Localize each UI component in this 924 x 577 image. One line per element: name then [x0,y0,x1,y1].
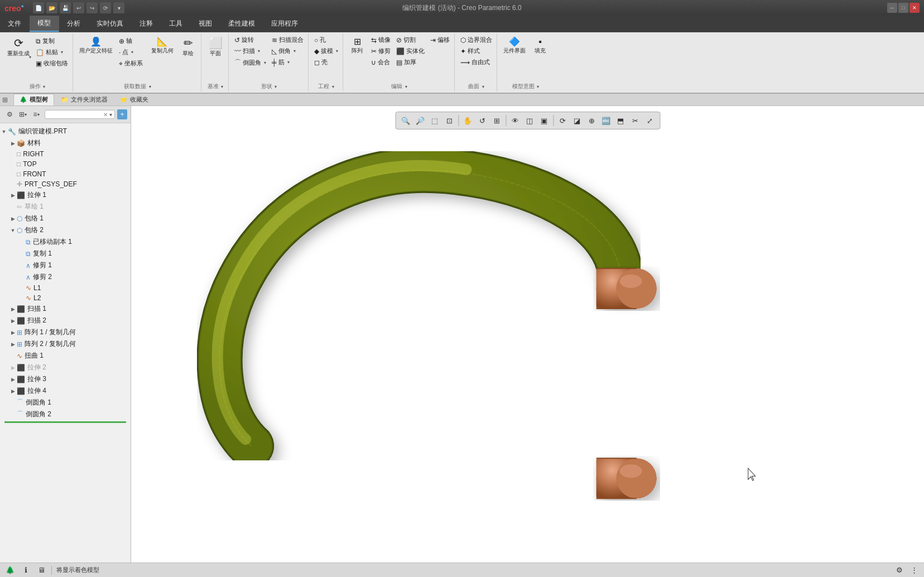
freestyle-btn[interactable]: ⟿自由式 [458,57,494,68]
zoom-out-btn[interactable]: 🔎 [413,114,427,127]
search-clear-btn[interactable]: ✕ [103,112,108,118]
tree-item-twist1[interactable]: ∿ 扭曲 1 [0,350,131,362]
offset-btn[interactable]: ⇥偏移 [428,35,452,45]
paste-btn[interactable]: 📋粘贴 ▾ [33,47,70,57]
fillet-btn[interactable]: ⌒倒圆角 ▾ [232,57,268,69]
tree-item-front[interactable]: □ FRONT [0,169,131,179]
menu-apps[interactable]: 应用程序 [263,16,306,32]
expand-pattern1[interactable]: ▶ [9,330,17,335]
tree-item-copy1[interactable]: ⧉ 复制 1 [0,248,131,259]
add-filter-btn[interactable]: + [117,109,127,119]
sweep-btn[interactable]: 〰扫描 ▾ [232,46,268,56]
zoom-fit-btn[interactable]: ⊡ [442,114,456,127]
component-interface-btn[interactable]: 🔷 元件界面 [501,35,528,56]
tree-item-pattern1[interactable]: ▶ ⊞ 阵列 1 / 复制几何 [0,326,131,338]
mirror-btn[interactable]: ⇆镜像 [369,35,393,45]
menu-flexible[interactable]: 柔性建模 [220,16,263,32]
copy-btn[interactable]: ⧉复制 [33,36,70,46]
section-btn[interactable]: ⬒ [614,114,627,127]
tree-item-extrude2[interactable]: ▶ ⬛ 拉伸 2 [0,362,131,373]
more-button[interactable]: ▾ [113,2,124,13]
tree-item-extrude3[interactable]: ▶ ⬛ 拉伸 3 [0,373,131,385]
chamfer-btn[interactable]: ◺倒角 ▾ [270,46,306,56]
tree-item-sketch1[interactable]: ✏ 草绘 1 [0,201,131,213]
menu-annotation[interactable]: 注释 [132,16,161,32]
axis-btn[interactable]: ⊕轴 [117,36,145,46]
sidebar-settings-btn[interactable]: ⚙ [3,108,16,121]
menu-model[interactable]: 模型 [30,16,59,32]
tree-item-extrude4[interactable]: ▶ ⬛ 拉伸 4 [0,385,131,397]
boundary-blend-btn[interactable]: ⬡边界混合 [458,35,494,45]
status-display-icon[interactable]: 🖥 [36,565,47,576]
close-button[interactable]: ✕ [909,3,920,13]
expand-root[interactable]: ▼ [0,129,8,134]
expand-sweep1[interactable]: ▶ [9,306,17,312]
expand-extrude2[interactable]: ▶ [9,365,17,371]
sidebar-columns-btn[interactable]: ⊞ ▾ [17,108,29,121]
hole-btn[interactable]: ○孔 [312,35,340,45]
shrink-wrap-btn[interactable]: ▣收缩包络 [33,58,70,69]
tree-item-right[interactable]: □ RIGHT [0,149,131,159]
expand-wrap2[interactable]: ▼ [9,228,17,233]
spin-btn[interactable]: ⟳ [556,114,569,127]
plane-btn[interactable]: ⬜ 平面 [205,35,226,59]
tree-item-pattern2[interactable]: ▶ ⊞ 阵列 2 / 复制几何 [0,338,131,350]
expand-pattern2[interactable]: ▶ [9,342,17,347]
tree-item-l2[interactable]: ∿ L2 [0,293,131,303]
draft-btn[interactable]: ◆拔模 ▾ [312,46,340,56]
copy-geom-btn[interactable]: 📐 复制几何 [148,35,176,56]
sketch-standalone-btn[interactable]: ✏ 草绘 [177,35,199,59]
status-settings-icon[interactable]: ⚙ [894,565,905,576]
array-btn[interactable]: ⊞ 阵列 [346,35,368,56]
menu-tools[interactable]: 工具 [161,16,191,32]
pan-btn[interactable]: ✋ [461,114,474,127]
zoom-window-btn[interactable]: ⬚ [428,114,441,127]
tree-item-material[interactable]: ▶ 📦 材料 [0,137,131,149]
maximize-button[interactable]: □ [898,3,908,13]
csys-btn[interactable]: ⌖坐标系 [117,58,145,69]
revolve-btn[interactable]: ↺旋转 [232,35,268,45]
style-btn[interactable]: ✦样式 [458,46,494,56]
zoom-in-btn[interactable]: 🔍 [399,114,412,127]
expand-extrude4[interactable]: ▶ [9,388,17,394]
sidebar-order-btn[interactable]: ≡ ▾ [30,108,42,121]
tab-favorites[interactable]: ⭐ 收藏夹 [114,94,154,105]
menu-simulation[interactable]: 实时仿真 [89,16,132,32]
annotation-display-btn[interactable]: 🔤 [599,114,613,127]
search-filter-btn[interactable]: ▾ [109,112,112,118]
tree-item-sweep2[interactable]: ▶ ⬛ 扫描 2 [0,315,131,326]
tree-item-root[interactable]: ▼ 🔧 编织管建模.PRT [0,126,131,137]
new-button[interactable]: 📄 [33,2,44,13]
refit-btn[interactable]: ⊞ [490,114,503,127]
expand-extrude3[interactable]: ▶ [9,377,17,382]
point-btn[interactable]: ·点 ▾ [117,47,145,57]
save-button[interactable]: 💾 [60,2,71,13]
merge-btn[interactable]: ∪会合 [369,57,393,68]
tree-item-trim2[interactable]: ∧ 修剪 2 [0,271,131,283]
search-input[interactable] [47,111,102,118]
viewport[interactable]: 🔍 🔎 ⬚ ⊡ ✋ ↺ ⊞ 👁 ◫ ▣ ⟳ ◪ ⊕ 🔤 ⬒ ✂ ⤢ [131,106,924,562]
tree-item-moved-copy1[interactable]: ⧉ 已移动副本 1 [0,236,131,248]
shell-btn[interactable]: ◻壳 [312,57,340,68]
cut-btn[interactable]: ⊘切割 [394,35,427,45]
solidify-btn[interactable]: ⬛实体化 [394,46,427,56]
clipping-btn[interactable]: ✂ [628,114,642,127]
expand-sweep2[interactable]: ▶ [9,318,17,324]
expand-extrude1[interactable]: ▶ [9,193,17,198]
expand-wrap1[interactable]: ▶ [9,216,17,222]
tab-model-tree[interactable]: 🌲 模型树 [13,94,54,105]
blend-scan-btn[interactable]: ≋扫描混合 [270,35,306,45]
thicken-btn[interactable]: ▤加厚 [394,57,427,68]
tree-item-top[interactable]: □ TOP [0,159,131,169]
regen-button[interactable]: ⟳ [100,2,111,13]
tree-item-fillet1[interactable]: ⌒ 倒圆角 1 [0,397,131,408]
status-tree-icon[interactable]: 🌲 [4,565,16,576]
menu-file[interactable]: 文件 [0,16,30,32]
expand-material[interactable]: ▶ [9,141,17,146]
tree-item-extrude1[interactable]: ▶ ⬛ 拉伸 1 [0,189,131,201]
tree-item-l1[interactable]: ∿ L1 [0,283,131,293]
rib-btn[interactable]: ╪筋 ▾ [270,57,306,68]
minimize-button[interactable]: ─ [887,3,897,13]
tab-file-browser[interactable]: 📁 文件夹浏览器 [55,94,113,105]
expand-btn[interactable]: ⤢ [643,114,656,127]
